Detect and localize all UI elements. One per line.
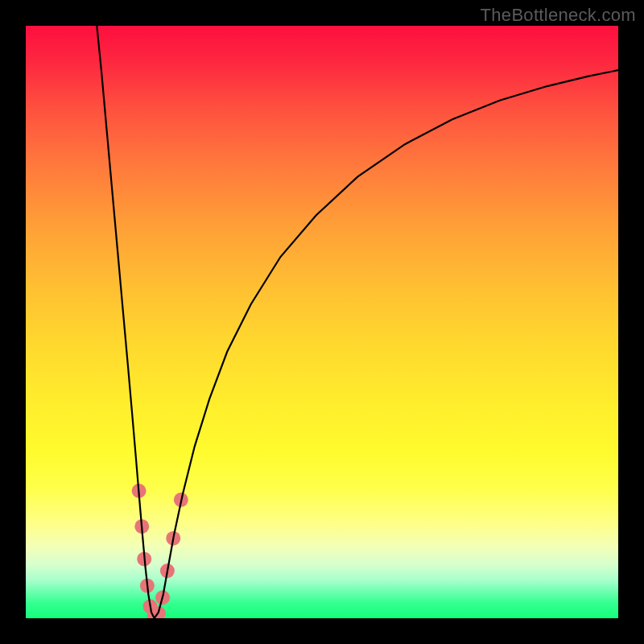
bottleneck-curve-svg (26, 26, 618, 618)
watermark-text: TheBottleneck.com (481, 5, 636, 26)
plot-area (26, 26, 618, 618)
chart-frame: TheBottleneck.com (0, 0, 644, 644)
bottleneck-curve (97, 26, 618, 618)
